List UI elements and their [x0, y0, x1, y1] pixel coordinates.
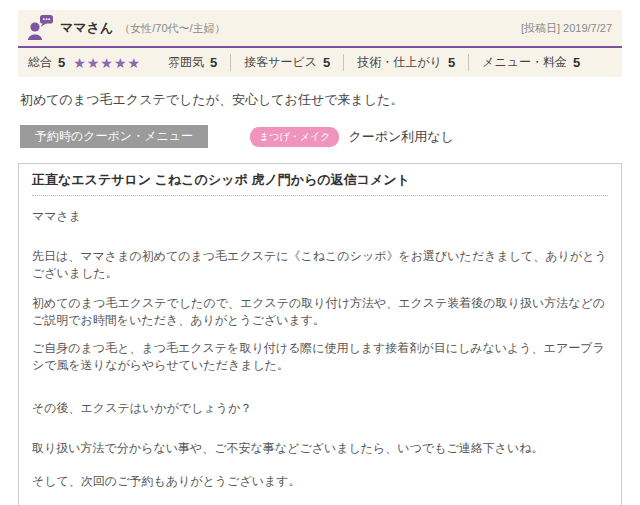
rating-menu-price-value: 5	[573, 55, 580, 70]
rating-skill-label: 技術・仕上がり	[357, 54, 442, 71]
coupon-row: 予約時のクーポン・メニュー まつげ・メイク クーポン利用なし	[20, 125, 620, 148]
coupon-usage-text: クーポン利用なし	[348, 128, 454, 146]
coupon-menu-badge: 予約時のクーポン・メニュー	[20, 125, 208, 148]
rating-atmosphere: 雰囲気 5	[155, 54, 230, 71]
salon-reply-box: 正直なエステサロン こねこのシッポ 虎ノ門からの返信コメント ママさま 先日は、…	[18, 163, 622, 505]
rating-overall-label: 総合	[28, 54, 52, 71]
rating-overall-value: 5	[58, 55, 65, 70]
rating-atmosphere-label: 雰囲気	[168, 54, 204, 71]
review-card: ママさん （女性/70代〜/主婦） [投稿日] 2019/7/27 総合 5 ★…	[0, 0, 640, 505]
rating-skill-value: 5	[448, 55, 455, 70]
rating-skill: 技術・仕上がり 5	[343, 54, 468, 71]
rating-subscores: 雰囲気 5 接客サービス 5 技術・仕上がり 5 メニュー・料金 5	[155, 54, 593, 71]
salon-reply-title: 正直なエステサロン こねこのシッポ 虎ノ門からの返信コメント	[32, 171, 608, 196]
reply-paragraph: 取り扱い方法で分からない事や、ご不安な事などございましたら、いつでもご連絡下さい…	[32, 440, 608, 457]
rating-overall: 総合 5 ★★★★★	[28, 54, 141, 71]
rating-atmosphere-value: 5	[210, 55, 217, 70]
reviewer-attributes: （女性/70代〜/主婦）	[119, 21, 225, 36]
reply-paragraph: そして、次回のご予約もありがとうございます。	[32, 473, 608, 490]
rating-menu-price-label: メニュー・料金	[482, 54, 567, 71]
reply-paragraph: ご自身のまつ毛と、まつ毛エクステを取り付ける際に使用します接着剤が目にしみないよ…	[32, 340, 608, 374]
reply-paragraph: ママさま	[32, 208, 608, 225]
category-pill-eyelash-makeup[interactable]: まつげ・メイク	[250, 127, 339, 147]
rating-menu-price: メニュー・料金 5	[468, 54, 593, 71]
rating-service: 接客サービス 5	[230, 54, 343, 71]
post-date: [投稿日] 2019/7/27	[521, 21, 612, 36]
ratings-row: 総合 5 ★★★★★ 雰囲気 5 接客サービス 5 技術・仕上がり 5 メニュー…	[18, 48, 622, 77]
rating-service-label: 接客サービス	[244, 54, 317, 71]
review-comment: 初めてのまつ毛エクステでしたが、安心してお任せで来ました。	[20, 91, 620, 109]
reply-paragraph: 初めてのまつ毛エクステでしたので、エクステの取り付け方法や、エクステ装着後の取り…	[32, 295, 608, 329]
reviewer-avatar-icon	[26, 14, 56, 42]
star-rating-icons: ★★★★★	[73, 55, 141, 71]
reply-paragraph: その後、エクステはいかがでしょうか？	[32, 400, 608, 417]
rating-service-value: 5	[323, 55, 330, 70]
reviewer-header: ママさん （女性/70代〜/主婦） [投稿日] 2019/7/27	[18, 10, 622, 48]
reviewer-name: ママさん	[60, 19, 113, 37]
salon-reply-body: ママさま 先日は、ママさまの初めてのまつ毛エクステに《こねこのシッポ》をお選びい…	[32, 208, 608, 505]
reply-paragraph: 先日は、ママさまの初めてのまつ毛エクステに《こねこのシッポ》をお選びいただきまし…	[32, 248, 608, 282]
